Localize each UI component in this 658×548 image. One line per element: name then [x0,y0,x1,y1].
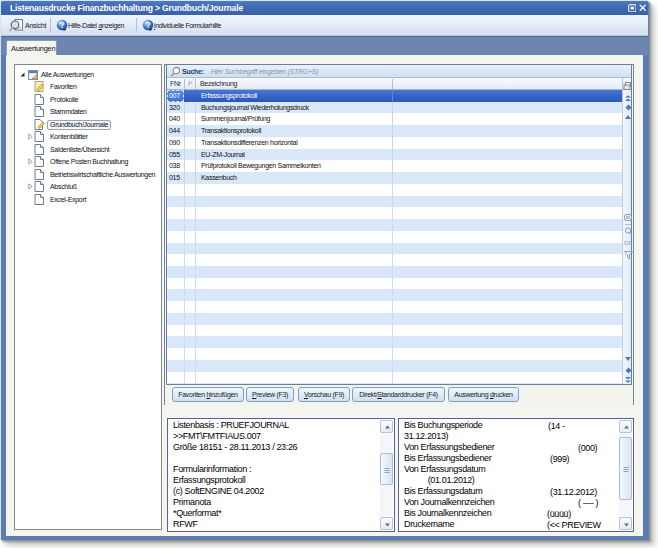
svg-text:DS: DS [624,240,632,246]
svg-text:?: ? [145,20,150,30]
svg-text:?: ? [59,20,64,30]
